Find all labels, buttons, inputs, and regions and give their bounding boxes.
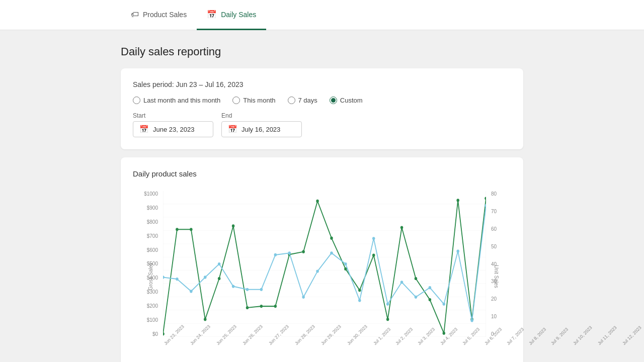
radio-custom[interactable]: Custom <box>330 97 363 104</box>
unit-dot-11 <box>316 269 319 273</box>
y-left-700: $700 <box>147 233 158 239</box>
x-label-17: Jul 10, 2023 <box>572 325 593 346</box>
tab-product-sales-label: Product Sales <box>143 11 187 19</box>
gross-dot-6 <box>246 306 249 309</box>
start-calendar-icon: 📅 <box>139 125 149 134</box>
chart-container: $1000 $900 $800 $700 $600 $500 $400 $300… <box>133 186 511 362</box>
product-sales-icon: 🏷 <box>131 10 139 19</box>
y-left-800: $800 <box>147 219 158 225</box>
radio-7-days-label: 7 days <box>298 97 317 104</box>
chart-svg <box>163 191 486 337</box>
radio-last-month-input[interactable] <box>133 97 140 104</box>
page-title: Daily sales reporting <box>121 45 523 58</box>
unit-dot-6 <box>246 288 249 291</box>
sales-period-value: Jun 23 – Jul 16, 2023 <box>176 80 244 88</box>
unit-dot-21 <box>456 250 459 253</box>
end-date-group: End 📅 July 16, 2023 <box>221 112 302 137</box>
y-right-70: 70 <box>491 209 497 214</box>
radio-7-days-input[interactable] <box>288 97 295 104</box>
daily-sales-icon: 📅 <box>207 10 217 19</box>
gross-dot-20 <box>443 332 446 335</box>
y-left-900: $900 <box>147 205 158 211</box>
radio-this-month[interactable]: This month <box>232 97 275 104</box>
start-date-value: June 23, 2023 <box>153 126 194 133</box>
y-right-50: 50 <box>491 244 497 249</box>
top-nav: 🏷 Product Sales 📅 Daily Sales <box>0 0 644 30</box>
x-label-18: Jul 11, 2023 <box>597 325 618 346</box>
start-date-input[interactable]: 📅 June 23, 2023 <box>133 121 213 137</box>
y-left-600: $600 <box>147 247 158 253</box>
end-date-input[interactable]: 📅 July 16, 2023 <box>221 121 302 137</box>
unit-dot-12 <box>330 251 333 254</box>
sales-period: Sales period: Jun 23 – Jul 16, 2023 <box>133 80 511 88</box>
gross-dot-11 <box>316 200 319 203</box>
date-fields: Start 📅 June 23, 2023 End 📅 July 16, 202… <box>133 112 511 137</box>
x-label-15: Jul 8, 2023 <box>528 327 547 346</box>
gross-dot-3 <box>204 318 207 321</box>
unit-dot-16 <box>386 303 389 306</box>
unit-dot-2 <box>190 290 193 293</box>
end-calendar-icon: 📅 <box>228 125 237 134</box>
y-right-60: 60 <box>491 226 497 232</box>
gross-dot-18 <box>415 277 418 280</box>
gross-dot-15 <box>372 253 375 256</box>
unit-dot-8 <box>274 253 277 256</box>
unit-dot-4 <box>218 262 221 265</box>
y-right-20: 20 <box>491 296 497 302</box>
end-label: End <box>221 112 302 119</box>
gross-dot-17 <box>400 226 404 229</box>
unit-dot-13 <box>344 262 347 265</box>
unit-dot-17 <box>400 281 404 284</box>
radio-group: Last month and this month This month 7 d… <box>133 97 511 104</box>
tab-product-sales[interactable]: 🏷 Product Sales <box>121 0 197 30</box>
x-labels: Jun 23, 2023 Jun 24, 2023 Jun 25, 2023 J… <box>163 339 486 362</box>
start-label: Start <box>133 112 213 119</box>
y-left-200: $200 <box>147 303 158 309</box>
chart-card: Daily product sales $1000 $900 $800 $700… <box>121 157 523 362</box>
unit-dot-22 <box>470 319 473 322</box>
radio-last-month[interactable]: Last month and this month <box>133 97 220 104</box>
radio-this-month-input[interactable] <box>232 97 240 104</box>
x-label-16: Jul 9, 2023 <box>550 327 569 346</box>
gross-dot-5 <box>232 224 235 227</box>
gross-dot-4 <box>218 277 221 280</box>
gross-dot-13 <box>344 267 347 270</box>
y-right-80: 80 <box>491 191 497 197</box>
end-date-value: July 16, 2023 <box>242 126 280 133</box>
gross-dot-10 <box>302 250 305 253</box>
gross-dot-19 <box>429 298 432 301</box>
tab-daily-sales-label: Daily Sales <box>221 11 256 19</box>
x-label-19: Jul 12, 2023 <box>621 325 642 346</box>
unit-dot-3 <box>204 276 207 279</box>
tab-daily-sales[interactable]: 📅 Daily Sales <box>197 0 266 30</box>
y-axis-right: 80 70 60 50 40 30 20 10 0 <box>489 191 511 337</box>
start-date-group: Start 📅 June 23, 2023 <box>133 112 213 137</box>
sales-period-label: Sales period: <box>133 80 174 88</box>
y-left-1000: $1000 <box>144 191 158 197</box>
y-right-10: 10 <box>491 314 497 319</box>
gross-dot-16 <box>386 318 389 321</box>
gross-dot-14 <box>358 289 361 292</box>
gross-dot-12 <box>330 237 333 240</box>
radio-this-month-label: This month <box>243 97 275 104</box>
unit-dot-5 <box>232 285 235 288</box>
radio-custom-label: Custom <box>340 97 363 104</box>
unit-dot-14 <box>358 299 361 302</box>
radio-7-days[interactable]: 7 days <box>288 97 317 104</box>
unit-dot-20 <box>443 303 446 306</box>
unit-dot-15 <box>372 237 375 240</box>
chart-title: Daily product sales <box>133 169 511 178</box>
y-left-100: $100 <box>147 317 158 323</box>
gross-dot-2 <box>190 228 193 231</box>
radio-custom-input[interactable] <box>330 97 337 104</box>
unit-dot-7 <box>260 288 263 291</box>
gross-dot-7 <box>260 305 263 308</box>
y-left-0: $0 <box>152 331 158 337</box>
unit-dot-1 <box>176 278 179 281</box>
unit-dot-10 <box>302 296 305 299</box>
unit-dot-9 <box>288 251 291 254</box>
y-axis-title-left: Gross Sales <box>148 263 153 290</box>
gross-dot-21 <box>456 199 459 202</box>
y-axis-title-right: Unit Sales <box>494 265 500 288</box>
svg-rect-1 <box>163 191 486 337</box>
